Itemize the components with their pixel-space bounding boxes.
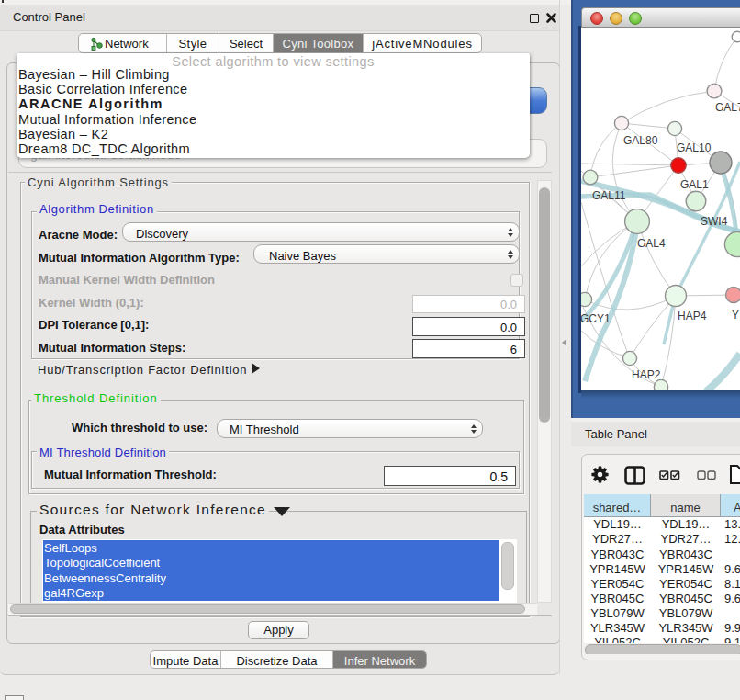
svg-text:GCY1: GCY1 [581,312,611,325]
svg-text:GAL1: GAL1 [680,178,709,191]
svg-text:GAL4: GAL4 [637,237,666,250]
svg-text:GAL7: GAL7 [715,101,740,114]
svg-text:GAL10: GAL10 [677,141,712,154]
svg-text:HAP4: HAP4 [678,310,707,322]
svg-text:Y: Y [732,309,739,322]
svg-text:HAP2: HAP2 [632,368,661,381]
svg-text:GAL11: GAL11 [592,189,626,202]
svg-text:GAL80: GAL80 [623,134,658,147]
svg-text:SWI4: SWI4 [701,215,728,228]
